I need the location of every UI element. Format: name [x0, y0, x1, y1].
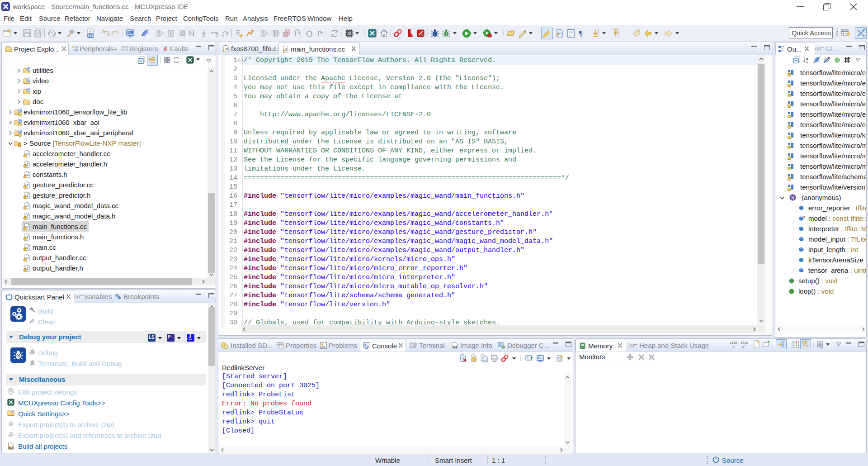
svg-text:.c: .c: [284, 47, 288, 52]
svg-text:c: c: [803, 215, 805, 219]
svg-text:010: 010: [453, 346, 458, 349]
svg-text:010: 010: [88, 34, 93, 38]
svg-text:z: z: [806, 60, 808, 64]
svg-text:1010: 1010: [741, 341, 748, 345]
svg-text:zip: zip: [9, 422, 14, 426]
svg-text:zip: zip: [9, 433, 14, 437]
svg-text:010: 010: [8, 447, 14, 450]
svg-text:N: N: [791, 195, 795, 200]
svg-text:0101: 0101: [121, 49, 128, 51]
svg-text:.c: .c: [225, 47, 228, 51]
svg-text:1010: 1010: [730, 341, 737, 345]
